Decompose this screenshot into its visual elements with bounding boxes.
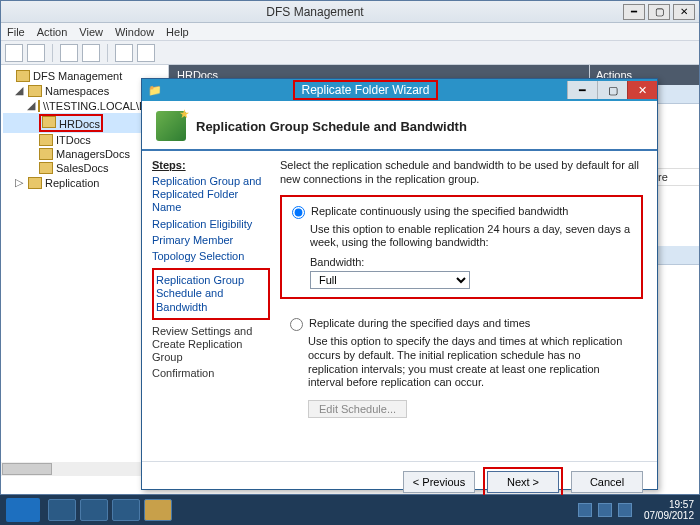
radio-scheduled-label: Replicate during the specified days and … xyxy=(309,317,530,329)
clock-date: 07/09/2012 xyxy=(644,510,694,521)
toolbar-forward-icon[interactable] xyxy=(27,44,45,62)
radio-continuous[interactable] xyxy=(292,206,305,219)
taskbar: 19:57 07/09/2012 xyxy=(0,495,700,525)
window-title: DFS Management xyxy=(7,5,623,19)
replication-icon xyxy=(28,177,42,189)
toolbar-help-icon[interactable] xyxy=(115,44,133,62)
folder-icon xyxy=(39,134,53,146)
menu-action[interactable]: Action xyxy=(37,26,68,38)
radio-continuous-label: Replicate continuously using the specifi… xyxy=(311,205,568,217)
option-continuous-block: Replicate continuously using the specifi… xyxy=(280,195,643,300)
toolbar-refresh-icon[interactable] xyxy=(82,44,100,62)
step-group-name[interactable]: Replication Group and Replicated Folder … xyxy=(152,175,270,215)
taskbar-dfs-icon[interactable] xyxy=(144,499,172,521)
start-button[interactable] xyxy=(6,498,40,522)
toolbar-back-icon[interactable] xyxy=(5,44,23,62)
tray-sound-icon[interactable] xyxy=(618,503,632,517)
wizard-icon: 📁 xyxy=(142,84,164,97)
folder-icon xyxy=(38,100,40,112)
wizard-header: Replication Group Schedule and Bandwidth xyxy=(142,101,657,151)
wizard-title: Replicate Folder Wizard xyxy=(293,80,437,100)
bandwidth-label: Bandwidth: xyxy=(310,256,631,268)
cancel-button[interactable]: Cancel xyxy=(571,471,643,493)
tray-flag-icon[interactable] xyxy=(578,503,592,517)
wizard-steps-list: Steps: Replication Group and Replicated … xyxy=(142,151,280,461)
step-confirmation: Confirmation xyxy=(152,367,270,380)
taskbar-explorer-icon[interactable] xyxy=(112,499,140,521)
menu-window[interactable]: Window xyxy=(115,26,154,38)
taskbar-server-manager-icon[interactable] xyxy=(48,499,76,521)
wizard-header-icon xyxy=(156,111,186,141)
wizard-minimize-button[interactable]: ━ xyxy=(567,81,597,99)
console-icon xyxy=(16,70,30,82)
wizard-title-bar: 📁 Replicate Folder Wizard ━ ▢ ✕ xyxy=(142,79,657,101)
option-scheduled-block: Replicate during the specified days and … xyxy=(280,309,643,426)
menu-view[interactable]: View xyxy=(79,26,103,38)
scheduled-description: Use this option to specify the days and … xyxy=(308,335,633,390)
taskbar-clock[interactable]: 19:57 07/09/2012 xyxy=(644,499,694,521)
wizard-close-button[interactable]: ✕ xyxy=(627,81,657,99)
replicate-folder-wizard: 📁 Replicate Folder Wizard ━ ▢ ✕ Replicat… xyxy=(141,78,658,490)
step-review: Review Settings and Create Replication G… xyxy=(152,325,270,365)
step-schedule-bandwidth[interactable]: Replication Group Schedule and Bandwidth xyxy=(156,274,266,314)
next-button[interactable]: Next > xyxy=(487,471,559,493)
maximize-button[interactable]: ▢ xyxy=(648,4,670,20)
bandwidth-select[interactable]: Full xyxy=(310,271,470,289)
folder-icon xyxy=(39,162,53,174)
step-topology[interactable]: Topology Selection xyxy=(152,250,270,263)
wizard-intro-text: Select the replication schedule and band… xyxy=(280,159,643,187)
step-primary-member[interactable]: Primary Member xyxy=(152,234,270,247)
continuous-description: Use this option to enable replication 24… xyxy=(310,223,631,251)
title-bar: DFS Management ━ ▢ ✕ xyxy=(1,1,699,23)
folder-icon xyxy=(42,116,56,128)
toolbar xyxy=(1,41,699,65)
menu-help[interactable]: Help xyxy=(166,26,189,38)
menu-file[interactable]: File xyxy=(7,26,25,38)
step-eligibility[interactable]: Replication Eligibility xyxy=(152,218,270,231)
edit-schedule-button: Edit Schedule... xyxy=(308,400,407,418)
folder-icon xyxy=(28,85,42,97)
wizard-heading: Replication Group Schedule and Bandwidth xyxy=(196,119,467,134)
toolbar-extra-icon[interactable] xyxy=(137,44,155,62)
radio-scheduled[interactable] xyxy=(290,318,303,331)
taskbar-powershell-icon[interactable] xyxy=(80,499,108,521)
wizard-maximize-button[interactable]: ▢ xyxy=(597,81,627,99)
system-tray: 19:57 07/09/2012 xyxy=(578,499,694,521)
close-button[interactable]: ✕ xyxy=(673,4,695,20)
window-controls: ━ ▢ ✕ xyxy=(623,4,695,20)
wizard-main-content: Select the replication schedule and band… xyxy=(280,151,657,461)
folder-icon xyxy=(39,148,53,160)
wizard-window-controls: ━ ▢ ✕ xyxy=(567,81,657,99)
tray-network-icon[interactable] xyxy=(598,503,612,517)
steps-header: Steps: xyxy=(152,159,270,171)
menu-bar: File Action View Window Help xyxy=(1,23,699,41)
previous-button[interactable]: < Previous xyxy=(403,471,475,493)
toolbar-up-icon[interactable] xyxy=(60,44,78,62)
minimize-button[interactable]: ━ xyxy=(623,4,645,20)
clock-time: 19:57 xyxy=(644,499,694,510)
